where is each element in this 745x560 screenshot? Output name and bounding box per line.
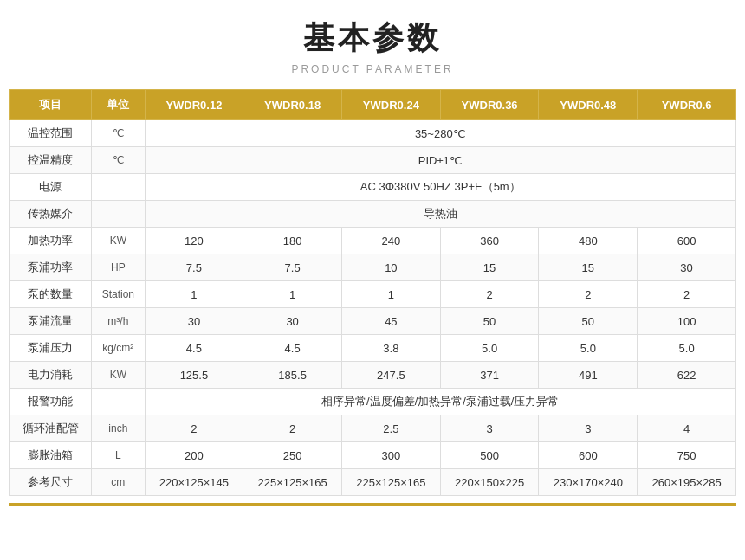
col-header-ywdr018: YWDR0.18 xyxy=(243,90,342,120)
cell-value: 260×195×285 xyxy=(638,469,736,496)
cell-value: 7.5 xyxy=(145,254,243,281)
cell-unit xyxy=(92,174,145,201)
cell-value: 247.5 xyxy=(342,362,441,389)
col-header-ywdr024: YWDR0.24 xyxy=(342,90,441,120)
cell-unit: ℃ xyxy=(92,147,145,174)
cell-value: 2 xyxy=(145,415,243,442)
cell-value: 600 xyxy=(638,228,736,254)
table-row: 泵浦功率HP7.57.510151530 xyxy=(10,254,736,281)
cell-item: 控温精度 xyxy=(10,147,92,174)
cell-item: 加热功率 xyxy=(10,228,92,254)
cell-value: 5.0 xyxy=(638,335,736,362)
cell-value: 750 xyxy=(638,442,736,469)
cell-span-value: AC 3Φ380V 50HZ 3P+E（5m） xyxy=(145,174,735,201)
cell-unit: cm xyxy=(92,469,145,496)
table-row: 温控范围℃35~280℃ xyxy=(10,120,736,147)
cell-item: 电源 xyxy=(10,174,92,201)
table-row: 控温精度℃PID±1℃ xyxy=(10,147,736,174)
cell-item: 泵浦功率 xyxy=(10,254,92,281)
cell-value: 371 xyxy=(440,362,539,389)
cell-unit: kg/cm² xyxy=(92,335,145,362)
cell-value: 30 xyxy=(243,308,342,335)
cell-value: 360 xyxy=(440,228,539,254)
cell-value: 200 xyxy=(145,442,243,469)
cell-unit: m³/h xyxy=(92,308,145,335)
cell-value: 1 xyxy=(243,281,342,308)
cell-item: 泵浦压力 xyxy=(10,335,92,362)
cell-value: 10 xyxy=(342,254,441,281)
cell-item: 泵浦流量 xyxy=(10,308,92,335)
cell-unit: L xyxy=(92,442,145,469)
cell-value: 3 xyxy=(440,415,539,442)
table-wrapper: 项目单位YWDR0.12YWDR0.18YWDR0.24YWDR0.36YWDR… xyxy=(9,89,736,506)
cell-unit: KW xyxy=(92,228,145,254)
cell-value: 4 xyxy=(638,415,736,442)
cell-value: 250 xyxy=(243,442,342,469)
col-header-unit: 单位 xyxy=(92,90,145,120)
cell-item: 传热媒介 xyxy=(10,201,92,228)
cell-value: 5.0 xyxy=(539,335,638,362)
cell-value: 50 xyxy=(440,308,539,335)
cell-unit: HP xyxy=(92,254,145,281)
cell-value: 100 xyxy=(638,308,736,335)
cell-value: 622 xyxy=(638,362,736,389)
cell-item: 参考尺寸 xyxy=(10,469,92,496)
cell-value: 45 xyxy=(342,308,441,335)
cell-unit: inch xyxy=(92,415,145,442)
cell-span-value: PID±1℃ xyxy=(145,147,735,174)
cell-item: 泵的数量 xyxy=(10,281,92,308)
cell-value: 480 xyxy=(539,228,638,254)
cell-value: 50 xyxy=(539,308,638,335)
cell-value: 1 xyxy=(145,281,243,308)
table-row: 泵浦压力kg/cm²4.54.53.85.05.05.0 xyxy=(10,335,736,362)
cell-value: 240 xyxy=(342,228,441,254)
cell-item: 温控范围 xyxy=(10,120,92,147)
cell-value: 300 xyxy=(342,442,441,469)
cell-item: 循环油配管 xyxy=(10,415,92,442)
cell-value: 3 xyxy=(539,415,638,442)
cell-value: 125.5 xyxy=(145,362,243,389)
col-header-ywdr012: YWDR0.12 xyxy=(145,90,243,120)
cell-value: 2 xyxy=(440,281,539,308)
cell-value: 5.0 xyxy=(440,335,539,362)
cell-value: 4.5 xyxy=(243,335,342,362)
table-row: 加热功率KW120180240360480600 xyxy=(10,228,736,254)
col-header-ywdr048: YWDR0.48 xyxy=(539,90,638,120)
bottom-bar xyxy=(9,503,736,506)
cell-value: 2 xyxy=(638,281,736,308)
cell-value: 2.5 xyxy=(342,415,441,442)
cell-span-value: 导热油 xyxy=(145,201,735,228)
table-row: 报警功能相序异常/温度偏差/加热异常/泵浦过载/压力异常 xyxy=(10,389,736,415)
cell-value: 225×125×165 xyxy=(243,469,342,496)
col-header-ywdr036: YWDR0.36 xyxy=(440,90,539,120)
col-header-item: 项目 xyxy=(10,90,92,120)
page-title: 基本参数 xyxy=(303,17,442,60)
cell-unit: Station xyxy=(92,281,145,308)
cell-value: 3.8 xyxy=(342,335,441,362)
cell-value: 15 xyxy=(440,254,539,281)
cell-value: 600 xyxy=(539,442,638,469)
table-row: 泵浦流量m³/h3030455050100 xyxy=(10,308,736,335)
cell-value: 4.5 xyxy=(145,335,243,362)
cell-unit: ℃ xyxy=(92,120,145,147)
cell-value: 230×170×240 xyxy=(539,469,638,496)
cell-value: 220×125×145 xyxy=(145,469,243,496)
table-header-row: 项目单位YWDR0.12YWDR0.18YWDR0.24YWDR0.36YWDR… xyxy=(10,90,736,120)
table-row: 泵的数量Station111222 xyxy=(10,281,736,308)
cell-value: 2 xyxy=(243,415,342,442)
cell-value: 15 xyxy=(539,254,638,281)
cell-value: 185.5 xyxy=(243,362,342,389)
cell-value: 2 xyxy=(539,281,638,308)
cell-unit xyxy=(92,389,145,415)
cell-unit xyxy=(92,201,145,228)
cell-value: 491 xyxy=(539,362,638,389)
table-row: 电源AC 3Φ380V 50HZ 3P+E（5m） xyxy=(10,174,736,201)
table-row: 膨胀油箱L200250300500600750 xyxy=(10,442,736,469)
params-table: 项目单位YWDR0.12YWDR0.18YWDR0.24YWDR0.36YWDR… xyxy=(9,89,736,496)
cell-span-value: 35~280℃ xyxy=(145,120,735,147)
cell-value: 225×125×165 xyxy=(342,469,441,496)
table-row: 循环油配管inch222.5334 xyxy=(10,415,736,442)
table-row: 传热媒介导热油 xyxy=(10,201,736,228)
cell-item: 电力消耗 xyxy=(10,362,92,389)
cell-value: 220×150×225 xyxy=(440,469,539,496)
